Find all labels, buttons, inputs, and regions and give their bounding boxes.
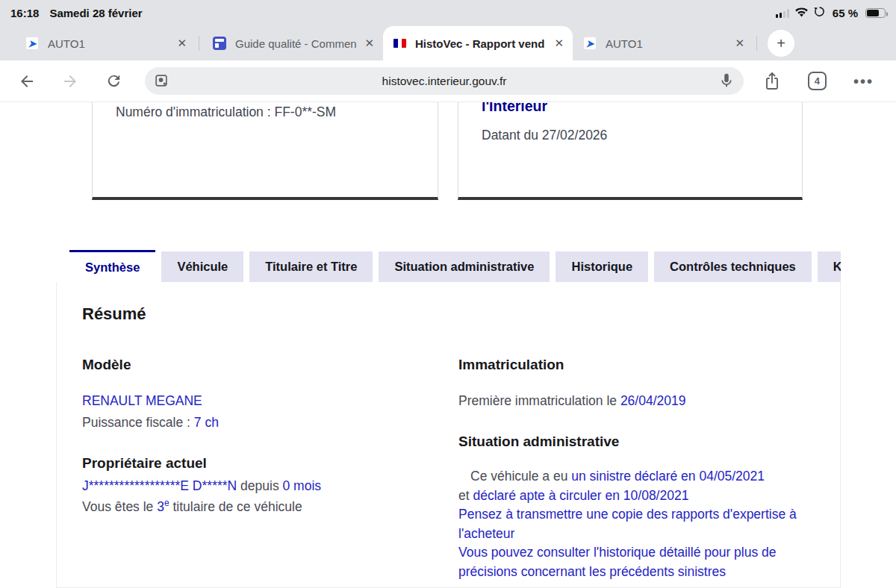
certificate-card: l'Intérieur Datant du 27/02/2026 <box>458 102 803 200</box>
auto1-favicon-icon: ➤ <box>583 37 597 50</box>
tab-switcher-button[interactable]: 4 <box>808 72 827 90</box>
synthese-panel: Résumé Modèle RENAULT MEGANE Puissance f… <box>56 282 841 588</box>
browser-nav-bar: histovec.interieur.gouv.fr 4 ••• <box>0 60 896 102</box>
model-name: RENAULT MEGANE <box>82 393 202 409</box>
back-icon[interactable] <box>18 72 36 90</box>
browser-tab-title: HistoVec - Rapport vend <box>415 37 547 50</box>
registration-heading: Immatriculation <box>458 357 564 373</box>
situation-heading: Situation administrative <box>458 434 619 450</box>
clock: 16:18 <box>10 7 39 19</box>
close-tab-icon[interactable]: ✕ <box>735 37 744 50</box>
owner-masked-line: J******************E D*****N depuis 0 mo… <box>82 478 321 494</box>
auto1-favicon-icon: ➤ <box>25 37 39 50</box>
report-tabs: Synthèse Véhicule Titulaire et Titre Sit… <box>69 250 841 282</box>
cellular-signal-icon <box>776 9 789 18</box>
tab-separator <box>756 36 757 51</box>
owner-heading: Propriétaire actuel <box>82 455 207 472</box>
fiscal-power: Puissance fiscale : 7 ch <box>82 415 219 431</box>
web-content: Numéro d'immatriculation : FF-0**-SM l'I… <box>0 102 896 588</box>
summary-title: Résumé <box>82 304 146 324</box>
tab-kilometrage[interactable]: Kilométrage <box>818 251 841 282</box>
expertise-note: Pensez à transmettre une copie des rappo… <box>458 505 818 543</box>
registration-number: Numéro d'immatriculation : FF-0**-SM <box>116 104 438 120</box>
battery-icon <box>865 8 886 18</box>
browser-tab-title: AUTO1 <box>48 37 169 50</box>
sinistre-line: Ce véhicule a eu un sinistre déclaré en … <box>458 467 818 487</box>
close-tab-icon[interactable]: ✕ <box>364 37 374 50</box>
tab-controles-techniques[interactable]: Contrôles techniques <box>654 251 812 282</box>
tab-titulaire[interactable]: Titulaire et Titre <box>249 251 373 282</box>
browser-tab-auto1-2[interactable]: ➤ AUTO1 ✕ <box>573 26 753 60</box>
tab-separator <box>199 36 199 51</box>
historique-note: Vous pouvez consulter l'historique détai… <box>458 543 818 581</box>
tab-situation-administrative[interactable]: Situation administrative <box>379 251 550 282</box>
address-bar[interactable]: histovec.interieur.gouv.fr <box>145 67 744 95</box>
microphone-icon[interactable] <box>718 72 735 92</box>
browser-tab-title: Guide qualité - Commen <box>235 37 357 50</box>
date: Samedi 28 février <box>49 7 142 19</box>
wifi-icon <box>795 7 808 20</box>
more-menu-icon[interactable]: ••• <box>853 78 874 85</box>
apte-line: et déclaré apte à circuler en 10/08/2021 <box>458 487 818 506</box>
owner-rank-line: Vous êtes le 3e titulaire de ce véhicule <box>82 498 302 515</box>
browser-tab-auto1-1[interactable]: ➤ AUTO1 ✕ <box>15 26 196 60</box>
model-heading: Modèle <box>82 357 131 373</box>
certificate-date: Datant du 27/02/2026 <box>482 128 802 143</box>
reload-icon[interactable] <box>105 72 122 90</box>
tab-historique[interactable]: Historique <box>556 251 648 282</box>
close-tab-icon[interactable]: ✕ <box>554 37 564 50</box>
situation-paragraph: Ce véhicule a eu un sinistre déclaré en … <box>458 467 818 581</box>
france-flag-favicon-icon <box>393 39 406 48</box>
browser-tab-strip: ➤ AUTO1 ✕ Guide qualité - Commen ✕ Histo… <box>0 26 896 60</box>
guide-favicon-icon <box>213 37 226 50</box>
forward-icon[interactable] <box>61 72 79 90</box>
lens-search-icon[interactable] <box>153 72 169 92</box>
close-tab-icon[interactable]: ✕ <box>177 37 187 50</box>
status-bar: 16:18 Samedi 28 février 65 % <box>0 0 896 26</box>
screen: 16:18 Samedi 28 février 65 % ➤ AUTO1 ✕ G… <box>0 0 896 588</box>
first-registration-line: Première immatriculation le 26/04/2019 <box>458 393 685 409</box>
orientation-lock-icon <box>814 6 825 20</box>
url-text[interactable]: histovec.interieur.gouv.fr <box>382 75 507 88</box>
battery-percent: 65 % <box>833 7 858 19</box>
tab-vehicule[interactable]: Véhicule <box>161 251 243 282</box>
registration-card: Numéro d'immatriculation : FF-0**-SM <box>92 102 438 200</box>
new-tab-button[interactable]: + <box>768 30 794 57</box>
browser-tab-histovec-active[interactable]: HistoVec - Rapport vend ✕ <box>383 26 573 60</box>
tab-synthese[interactable]: Synthèse <box>69 250 155 282</box>
share-icon[interactable] <box>763 72 781 90</box>
certificate-title: l'Intérieur <box>482 102 802 115</box>
browser-tab-title: AUTO1 <box>606 37 727 50</box>
browser-tab-guide[interactable]: Guide qualité - Commen ✕ <box>202 26 383 60</box>
